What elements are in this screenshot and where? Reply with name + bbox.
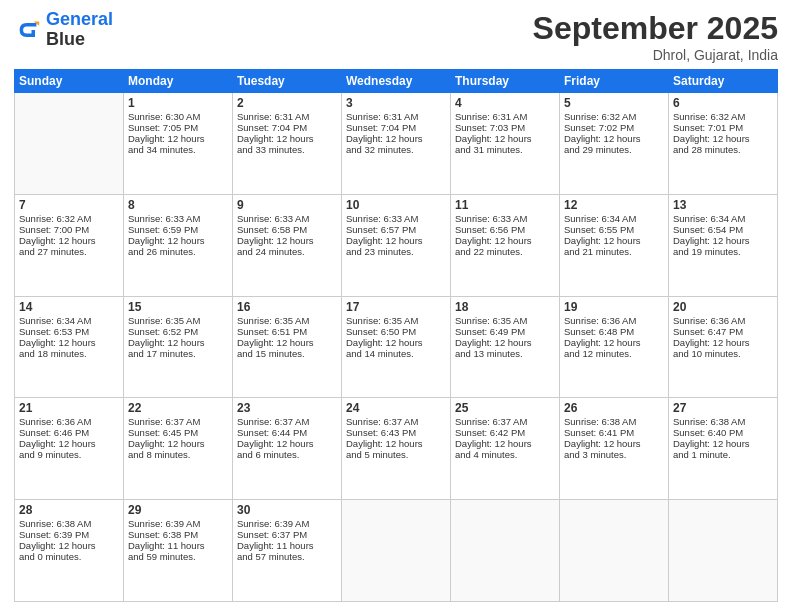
day-info-line: Daylight: 12 hours <box>673 133 773 144</box>
day-info-line: and 23 minutes. <box>346 246 446 257</box>
day-info-line: and 6 minutes. <box>237 449 337 460</box>
day-info-line: and 21 minutes. <box>564 246 664 257</box>
day-info-line: and 17 minutes. <box>128 348 228 359</box>
day-number: 18 <box>455 300 555 314</box>
calendar-cell: 6Sunrise: 6:32 AMSunset: 7:01 PMDaylight… <box>669 93 778 195</box>
calendar-cell: 26Sunrise: 6:38 AMSunset: 6:41 PMDayligh… <box>560 398 669 500</box>
calendar-header-cell: Thursday <box>451 70 560 93</box>
calendar-cell: 19Sunrise: 6:36 AMSunset: 6:48 PMDayligh… <box>560 296 669 398</box>
calendar-cell: 14Sunrise: 6:34 AMSunset: 6:53 PMDayligh… <box>15 296 124 398</box>
title-block: September 2025 Dhrol, Gujarat, India <box>533 10 778 63</box>
day-info-line: Daylight: 12 hours <box>346 337 446 348</box>
calendar-cell: 7Sunrise: 6:32 AMSunset: 7:00 PMDaylight… <box>15 194 124 296</box>
day-info-line: Sunset: 6:54 PM <box>673 224 773 235</box>
day-info-line: Sunrise: 6:38 AM <box>673 416 773 427</box>
logo: General Blue <box>14 10 113 50</box>
day-number: 12 <box>564 198 664 212</box>
calendar-cell <box>560 500 669 602</box>
calendar-header-cell: Friday <box>560 70 669 93</box>
day-number: 2 <box>237 96 337 110</box>
calendar-header-cell: Monday <box>124 70 233 93</box>
day-info-line: Daylight: 12 hours <box>673 438 773 449</box>
day-info-line: Sunset: 7:04 PM <box>346 122 446 133</box>
day-info-line: Sunset: 6:49 PM <box>455 326 555 337</box>
day-info-line: Sunset: 6:45 PM <box>128 427 228 438</box>
day-info-line: and 33 minutes. <box>237 144 337 155</box>
day-info-line: Sunrise: 6:33 AM <box>237 213 337 224</box>
header: General Blue September 2025 Dhrol, Gujar… <box>14 10 778 63</box>
calendar-cell: 25Sunrise: 6:37 AMSunset: 6:42 PMDayligh… <box>451 398 560 500</box>
day-info-line: Sunrise: 6:33 AM <box>455 213 555 224</box>
calendar-cell: 28Sunrise: 6:38 AMSunset: 6:39 PMDayligh… <box>15 500 124 602</box>
day-info-line: Sunset: 6:52 PM <box>128 326 228 337</box>
calendar-header-cell: Saturday <box>669 70 778 93</box>
day-info-line: Sunrise: 6:35 AM <box>237 315 337 326</box>
svg-rect-0 <box>14 16 42 44</box>
calendar-cell: 21Sunrise: 6:36 AMSunset: 6:46 PMDayligh… <box>15 398 124 500</box>
day-info-line: Daylight: 12 hours <box>564 438 664 449</box>
day-info-line: and 12 minutes. <box>564 348 664 359</box>
day-info-line: Daylight: 12 hours <box>128 133 228 144</box>
day-info-line: Daylight: 11 hours <box>128 540 228 551</box>
day-number: 22 <box>128 401 228 415</box>
calendar-cell: 24Sunrise: 6:37 AMSunset: 6:43 PMDayligh… <box>342 398 451 500</box>
day-info-line: Sunset: 6:41 PM <box>564 427 664 438</box>
day-number: 17 <box>346 300 446 314</box>
day-info-line: Daylight: 12 hours <box>455 235 555 246</box>
day-info-line: and 15 minutes. <box>237 348 337 359</box>
page: General Blue September 2025 Dhrol, Gujar… <box>0 0 792 612</box>
day-number: 28 <box>19 503 119 517</box>
calendar-cell <box>15 93 124 195</box>
day-info-line: Sunrise: 6:35 AM <box>346 315 446 326</box>
day-info-line: and 31 minutes. <box>455 144 555 155</box>
day-number: 14 <box>19 300 119 314</box>
day-info-line: Daylight: 12 hours <box>19 337 119 348</box>
day-number: 19 <box>564 300 664 314</box>
day-info-line: Sunrise: 6:33 AM <box>128 213 228 224</box>
logo-icon <box>14 16 42 44</box>
calendar-cell: 5Sunrise: 6:32 AMSunset: 7:02 PMDaylight… <box>560 93 669 195</box>
day-number: 26 <box>564 401 664 415</box>
day-info-line: Daylight: 11 hours <box>237 540 337 551</box>
day-info-line: and 9 minutes. <box>19 449 119 460</box>
day-info-line: and 18 minutes. <box>19 348 119 359</box>
day-number: 21 <box>19 401 119 415</box>
calendar-cell <box>342 500 451 602</box>
calendar-cell: 9Sunrise: 6:33 AMSunset: 6:58 PMDaylight… <box>233 194 342 296</box>
day-info-line: Sunrise: 6:32 AM <box>564 111 664 122</box>
calendar-cell: 20Sunrise: 6:36 AMSunset: 6:47 PMDayligh… <box>669 296 778 398</box>
day-info-line: Sunrise: 6:34 AM <box>564 213 664 224</box>
day-number: 4 <box>455 96 555 110</box>
day-info-line: Sunrise: 6:33 AM <box>346 213 446 224</box>
day-info-line: and 28 minutes. <box>673 144 773 155</box>
day-info-line: Sunrise: 6:32 AM <box>673 111 773 122</box>
day-info-line: and 19 minutes. <box>673 246 773 257</box>
day-info-line: Daylight: 12 hours <box>455 438 555 449</box>
day-info-line: Sunset: 6:40 PM <box>673 427 773 438</box>
day-info-line: Daylight: 12 hours <box>237 235 337 246</box>
calendar-cell: 27Sunrise: 6:38 AMSunset: 6:40 PMDayligh… <box>669 398 778 500</box>
day-info-line: Sunset: 6:59 PM <box>128 224 228 235</box>
day-number: 9 <box>237 198 337 212</box>
calendar-cell <box>451 500 560 602</box>
month-title: September 2025 <box>533 10 778 47</box>
day-number: 3 <box>346 96 446 110</box>
day-number: 30 <box>237 503 337 517</box>
day-info-line: Sunrise: 6:37 AM <box>237 416 337 427</box>
day-number: 24 <box>346 401 446 415</box>
day-info-line: and 32 minutes. <box>346 144 446 155</box>
day-info-line: and 57 minutes. <box>237 551 337 562</box>
day-info-line: Daylight: 12 hours <box>564 133 664 144</box>
day-info-line: and 59 minutes. <box>128 551 228 562</box>
calendar-cell: 15Sunrise: 6:35 AMSunset: 6:52 PMDayligh… <box>124 296 233 398</box>
day-info-line: and 4 minutes. <box>455 449 555 460</box>
day-number: 8 <box>128 198 228 212</box>
day-info-line: Sunset: 6:50 PM <box>346 326 446 337</box>
day-info-line: Sunset: 7:01 PM <box>673 122 773 133</box>
day-info-line: Sunset: 6:44 PM <box>237 427 337 438</box>
day-info-line: Sunrise: 6:30 AM <box>128 111 228 122</box>
calendar-cell <box>669 500 778 602</box>
day-info-line: Daylight: 12 hours <box>673 235 773 246</box>
day-info-line: Daylight: 12 hours <box>128 235 228 246</box>
day-info-line: Daylight: 12 hours <box>237 133 337 144</box>
